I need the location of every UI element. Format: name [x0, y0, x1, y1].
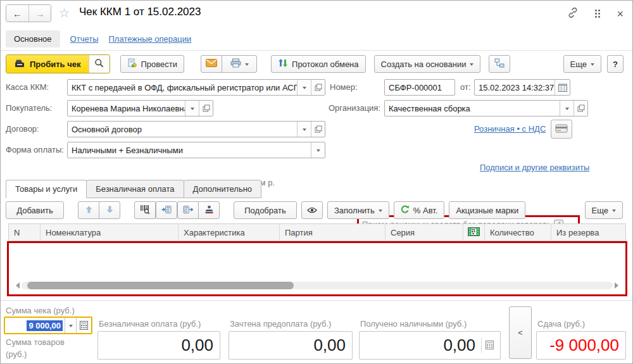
arrow-down-icon: [106, 206, 113, 215]
dropdown-icon[interactable]: [311, 142, 325, 158]
more-menu-icon[interactable]: [595, 9, 600, 18]
back-button[interactable]: ←: [6, 5, 28, 22]
terminal-unload-button[interactable]: [177, 201, 199, 219]
help-button[interactable]: ?: [607, 55, 624, 73]
open-icon[interactable]: [311, 80, 325, 95]
exchange-protocol-button[interactable]: Протокол обмена: [271, 55, 366, 73]
items-toolbar: Добавить: [1, 201, 632, 220]
send-email-button[interactable]: [201, 55, 222, 73]
punch-check-button[interactable]: Пробить чек: [6, 55, 89, 73]
horizontal-scrollbar[interactable]: [13, 281, 622, 290]
scroll-right-icon[interactable]: [615, 282, 622, 289]
stamp-button[interactable]: [198, 201, 220, 219]
payment-form-field[interactable]: Наличными + Безналичными: [67, 142, 325, 158]
open-icon[interactable]: [199, 101, 213, 116]
related-documents-button[interactable]: [489, 55, 510, 73]
barcode-scan-button[interactable]: [134, 201, 156, 219]
document-window: ← → ☆ Чек ККМ 1 от 15.02.2023 × Основное…: [0, 0, 633, 364]
add-row-button[interactable]: Добавить: [6, 201, 64, 219]
customer-field[interactable]: Коренева Марина Николаевна: [67, 100, 213, 116]
structure-icon: [494, 58, 505, 70]
favorite-star-icon[interactable]: ☆: [59, 6, 70, 20]
fill-button[interactable]: Заполнить: [327, 201, 389, 219]
window-header: ← → ☆ Чек ККМ 1 от 15.02.2023 ×: [1, 1, 632, 27]
footer-separator: [1, 300, 632, 301]
move-down-button[interactable]: [99, 201, 120, 219]
auto-percent-button[interactable]: % Авт.: [394, 201, 445, 219]
terminal-load-button[interactable]: [156, 201, 177, 219]
back-icon: ←: [13, 8, 22, 19]
column-from-reserve[interactable]: Из резерва: [551, 224, 623, 241]
tab-reports[interactable]: Отчеты: [70, 34, 99, 44]
check-sum-field[interactable]: 9 000,00: [4, 317, 92, 334]
refresh-icon: [401, 205, 410, 216]
items-table-body-annotation[interactable]: [7, 241, 627, 296]
check-sum-value: 9 000,00: [5, 318, 65, 333]
column-n[interactable]: N: [9, 224, 41, 241]
column-batch[interactable]: Партия: [280, 224, 385, 241]
chevron-down-icon: [245, 63, 249, 68]
scroll-left-icon[interactable]: [13, 282, 20, 289]
forward-button[interactable]: →: [28, 5, 51, 22]
column-quantity[interactable]: Количество: [485, 224, 551, 241]
cash-register-icon: [14, 59, 25, 70]
cashless-field[interactable]: 0,00: [97, 331, 220, 360]
forward-icon: →: [35, 8, 45, 19]
items-table-header: N Номенклатура Характеристика Партия Сер…: [8, 223, 626, 241]
column-series[interactable]: Серия: [385, 224, 463, 241]
date-field[interactable]: 15.02.2023 14:32:37: [474, 79, 570, 96]
dropdown-icon[interactable]: [185, 101, 199, 116]
tab-goods-services[interactable]: Товары и услуги: [6, 180, 87, 198]
tab-payment-operations[interactable]: Платежные операции: [109, 34, 192, 44]
post-button[interactable]: Провести: [120, 55, 185, 73]
tab-main[interactable]: Основное: [6, 30, 60, 47]
tab-additional[interactable]: Дополнительно: [184, 180, 262, 198]
document-nav: Основное Отчеты Платежные операции: [1, 27, 632, 51]
price-type-link[interactable]: Розничная • с НДС: [474, 124, 546, 134]
page-title: Чек ККМ 1 от 15.02.2023: [79, 6, 201, 18]
scrollbar-thumb[interactable]: [27, 282, 293, 289]
dropdown-icon[interactable]: [560, 101, 573, 116]
organization-field[interactable]: Качественная сборка: [384, 100, 588, 116]
tab-cashless-payment[interactable]: Безналичная оплата: [86, 180, 184, 198]
dropdown-icon[interactable]: [65, 318, 76, 333]
transfer-amount-button[interactable]: <: [509, 306, 532, 359]
number-label: Номер:: [330, 82, 358, 92]
terminal-in-icon: [161, 204, 172, 216]
calendar-icon[interactable]: [555, 80, 570, 95]
more-button[interactable]: Еще: [563, 55, 601, 73]
column-nomenclature[interactable]: Номенклатура: [41, 224, 179, 241]
scrollbar-track[interactable]: [22, 282, 613, 289]
column-marking[interactable]: [463, 224, 485, 241]
pick-items-button[interactable]: Подобрать: [234, 201, 297, 219]
cash-received-field[interactable]: 0,00: [359, 331, 501, 360]
open-icon[interactable]: [573, 101, 587, 116]
check-search-button[interactable]: [89, 55, 110, 73]
prepayment-field[interactable]: 0,00: [229, 331, 353, 360]
chevron-down-icon: [379, 210, 382, 214]
kkm-field[interactable]: ККТ с передачей в ОФД, фискальный регист…: [67, 79, 325, 96]
chevron-down-icon: [612, 210, 616, 214]
payment-card-button[interactable]: [551, 120, 572, 139]
command-bar: Пробить чек Провести: [1, 53, 632, 75]
link-icon[interactable]: [567, 7, 579, 20]
number-field[interactable]: СБФР-000001: [384, 79, 455, 96]
signatures-link[interactable]: Подписи и другие реквизиты: [480, 163, 589, 172]
create-based-on-button[interactable]: Создать на основании: [374, 55, 481, 73]
open-icon[interactable]: [311, 122, 325, 137]
post-document-icon: [127, 58, 137, 70]
print-button[interactable]: [222, 55, 257, 73]
calculator-icon[interactable]: [481, 337, 494, 354]
calculator-icon[interactable]: [76, 318, 91, 333]
column-characteristic[interactable]: Характеристика: [179, 224, 280, 241]
move-up-button[interactable]: [78, 201, 99, 219]
dropdown-icon[interactable]: [297, 80, 311, 95]
view-button[interactable]: [301, 201, 323, 219]
table-more-button[interactable]: Еще: [585, 201, 623, 219]
excise-stamps-button[interactable]: Акцизные марки: [449, 201, 525, 219]
contract-field[interactable]: Основной договор: [67, 121, 325, 137]
chevron-down-icon: [470, 63, 473, 68]
close-icon[interactable]: ×: [617, 9, 624, 18]
dropdown-icon[interactable]: [297, 122, 311, 137]
cash-received-label: Получено наличными (руб.): [360, 319, 467, 329]
